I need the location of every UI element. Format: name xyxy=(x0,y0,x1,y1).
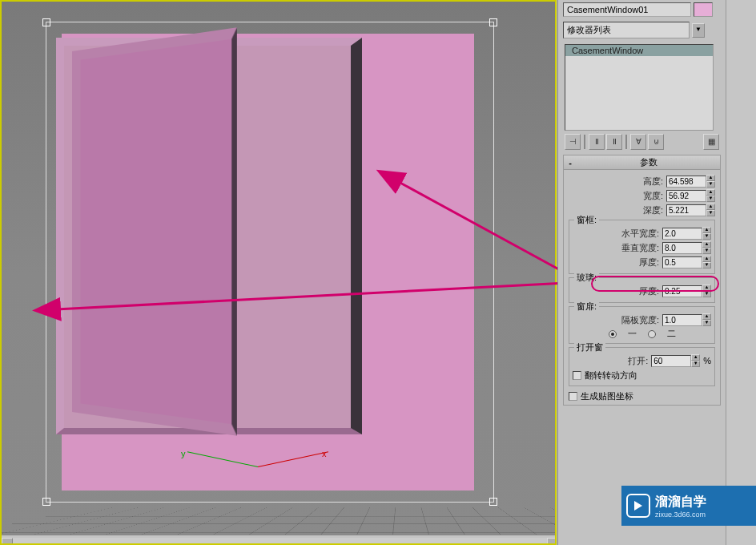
open-spinner[interactable] xyxy=(651,355,691,367)
height-spinner-buttons[interactable]: ▲▼ xyxy=(706,175,715,188)
casement-sash xyxy=(72,27,237,435)
open-window-group: 打开窗 打开: ▲▼ % 翻转转动方向 xyxy=(569,347,715,386)
play-icon xyxy=(626,494,650,518)
frame-thick-label: 厚度: xyxy=(639,256,659,268)
pin-stack-button[interactable]: ⊣ xyxy=(565,134,581,150)
divider-width-spinner[interactable] xyxy=(662,314,702,326)
sash-group: 窗扉: 隔板宽度: ▲▼ 一 二 xyxy=(569,306,715,344)
dropdown-arrow-icon[interactable]: ▼ xyxy=(692,23,705,38)
generate-map-coords-checkbox[interactable] xyxy=(569,392,577,401)
object-color-swatch[interactable] xyxy=(694,2,713,17)
frame-group-title: 窗框: xyxy=(574,214,599,226)
open-group-title: 打开窗 xyxy=(574,341,605,353)
panel-count-one-label: 一 xyxy=(628,328,637,340)
rollout-header[interactable]: - 参数 xyxy=(564,155,720,170)
panel-count-two-label: 二 xyxy=(667,328,676,340)
panel-count-two-radio[interactable] xyxy=(648,330,656,338)
right-side-strip xyxy=(726,0,756,545)
rollout-title: 参数 xyxy=(577,156,720,168)
x-axis-label: x xyxy=(322,449,327,458)
flip-swing-label: 翻转转动方向 xyxy=(585,369,637,382)
divider-width-label: 隔板宽度: xyxy=(621,314,659,326)
sash-group-title: 窗扉: xyxy=(574,301,599,313)
watermark-brand: 溜溜自学 xyxy=(655,494,706,511)
frame-vwidth-label: 垂直宽度: xyxy=(621,242,659,254)
width-label: 宽度: xyxy=(643,190,663,202)
frame-thick-spinner[interactable] xyxy=(662,256,702,268)
perspective-viewport[interactable]: x y xyxy=(0,0,557,545)
make-unique-button[interactable]: Ⅱ xyxy=(606,134,622,150)
configure-button[interactable]: ▦ xyxy=(703,134,719,150)
open-label: 打开: xyxy=(628,355,648,367)
depth-spinner[interactable] xyxy=(666,204,706,216)
remove-modifier-button[interactable]: ∀ xyxy=(630,134,646,150)
watermark-badge: 溜溜自学 zixue.3d66.com xyxy=(621,486,756,526)
glass-thick-spinner[interactable] xyxy=(662,285,702,297)
stack-item-casementwindow[interactable]: CasementWindow xyxy=(565,45,713,56)
open-percent: % xyxy=(703,356,711,365)
depth-label: 深度: xyxy=(643,204,663,216)
collapse-icon[interactable]: - xyxy=(564,158,577,168)
depth-spinner-buttons[interactable]: ▲▼ xyxy=(706,204,715,216)
flip-swing-checkbox[interactable] xyxy=(573,371,581,380)
modifier-list-dropdown[interactable]: 修改器列表 xyxy=(563,22,690,38)
frame-vwidth-spinner[interactable] xyxy=(662,242,702,254)
glass-group-title: 玻璃: xyxy=(574,272,599,284)
configure-sets-button[interactable]: ⊍ xyxy=(648,134,664,150)
glass-thick-label: 厚度: xyxy=(639,285,659,297)
modify-panel: CasementWindow01 修改器列表 ▼ CasementWindow … xyxy=(557,0,726,545)
scroll-left-button[interactable] xyxy=(2,538,13,545)
frame-hwidth-label: 水平宽度: xyxy=(621,228,659,240)
object-name-value: CasementWindow01 xyxy=(567,5,649,14)
modifier-stack[interactable]: CasementWindow xyxy=(565,44,714,131)
stack-toolbar: ⊣ Ⅱ Ⅱ ∀ ⊍ ▦ xyxy=(565,134,719,150)
modifier-list-label: 修改器列表 xyxy=(567,25,611,34)
y-axis-label: y xyxy=(181,449,186,458)
height-spinner[interactable] xyxy=(666,176,706,188)
frame-hwidth-spinner[interactable] xyxy=(662,228,702,240)
frame-group: 窗框: 水平宽度: ▲▼ 垂直宽度: ▲▼ 厚度: ▲▼ xyxy=(569,220,715,274)
watermark-url: zixue.3d66.com xyxy=(655,511,706,519)
scroll-right-button[interactable] xyxy=(547,538,557,545)
show-end-result-button[interactable]: Ⅱ xyxy=(589,134,605,150)
object-name-field[interactable]: CasementWindow01 xyxy=(563,2,691,17)
generate-map-coords-label: 生成贴图坐标 xyxy=(581,390,633,402)
parameters-rollout: - 参数 高度: ▲▼ 宽度: ▲▼ 深度: ▲▼ 窗框: 水平宽度: ▲▼ xyxy=(563,155,721,406)
glass-group: 玻璃: 厚度: ▲▼ xyxy=(569,277,715,303)
width-spinner[interactable] xyxy=(666,190,706,202)
width-spinner-buttons[interactable]: ▲▼ xyxy=(706,189,715,202)
timeline-scrollbar[interactable] xyxy=(2,535,557,543)
panel-count-one-radio[interactable] xyxy=(609,330,617,338)
height-label: 高度: xyxy=(643,176,663,188)
